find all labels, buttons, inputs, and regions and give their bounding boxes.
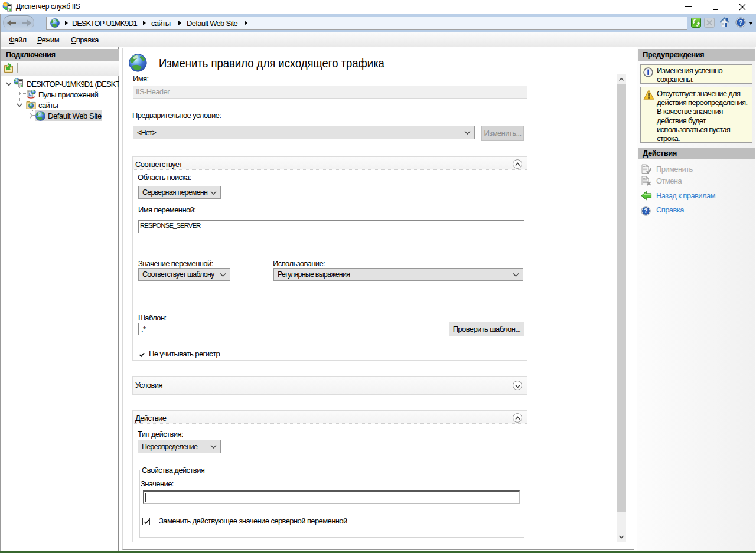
svg-text:?: ?	[739, 19, 743, 26]
svg-text:?: ?	[644, 208, 647, 214]
